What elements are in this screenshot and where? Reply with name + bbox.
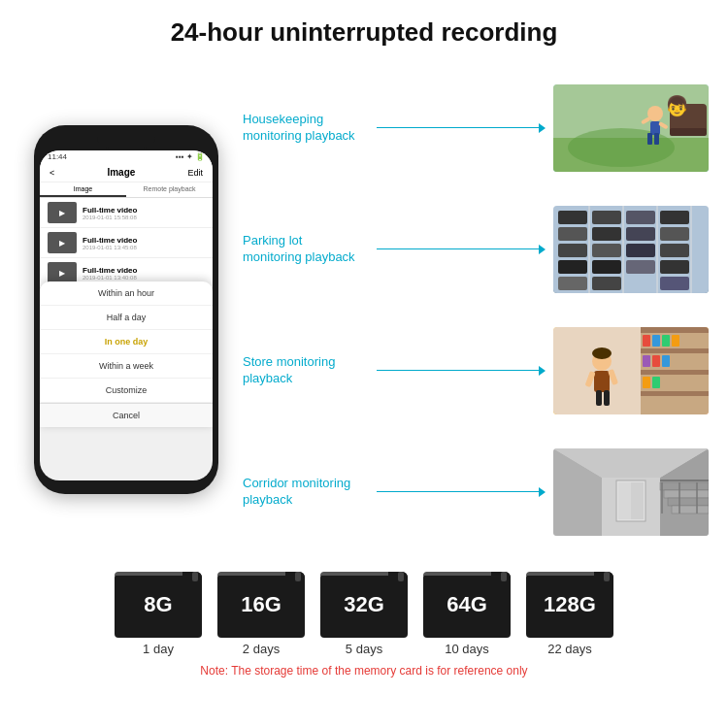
svg-rect-37 (641, 327, 709, 333)
svg-rect-73 (631, 482, 644, 519)
video-thumb-1: ▶ (48, 202, 77, 223)
main-content: 11:44 ▪▪▪ ✦ 🔋 < Image Edit Image Remote … (0, 57, 728, 562)
connect-line-0 (377, 123, 546, 133)
arrow-3 (539, 487, 546, 497)
svg-rect-30 (660, 277, 689, 290)
sdcard-notch-4 (604, 572, 610, 581)
video-info-1: Full-time video 2019-01-01 15:58:08 (83, 206, 137, 220)
video-title-1: Full-time video (83, 206, 137, 215)
phone-nav-bar: < Image Edit (40, 163, 213, 182)
sdcard-3: 64G (423, 572, 511, 638)
sdcard-size-0: 8G (144, 592, 172, 617)
svg-rect-51 (594, 371, 610, 392)
sdcard-item-0: 8G 1 day (115, 572, 202, 656)
arrow-0 (539, 123, 546, 133)
line-0 (377, 127, 539, 129)
monitoring-section: Housekeepingmonitoring playback (243, 57, 709, 562)
phone-tab-remote[interactable]: Remote playback (126, 182, 213, 197)
svg-rect-22 (626, 211, 655, 224)
sdcard-notch-1 (295, 572, 301, 581)
video-item-1[interactable]: ▶ Full-time video 2019-01-01 15:58:08 (40, 198, 213, 228)
svg-rect-15 (558, 260, 587, 274)
svg-rect-4 (650, 121, 660, 135)
svg-rect-46 (652, 355, 660, 367)
svg-rect-13 (558, 227, 587, 241)
svg-rect-62 (660, 482, 709, 490)
svg-rect-48 (643, 377, 650, 388)
svg-rect-27 (660, 227, 689, 241)
svg-rect-43 (662, 335, 670, 347)
video-info-3: Full-time video 2019-01-01 13:40:08 (83, 266, 137, 281)
sdcard-size-1: 16G (241, 592, 281, 617)
photo-store (553, 327, 709, 414)
sdcard-0: 8G (115, 572, 202, 638)
svg-rect-23 (626, 227, 655, 241)
monitoring-item-0: Housekeepingmonitoring playback (243, 84, 709, 172)
video-thumb-3: ▶ (48, 262, 77, 283)
monitoring-image-1 (553, 206, 709, 293)
video-date-3: 2019-01-01 13:40:08 (83, 275, 137, 281)
dropdown-item-2[interactable]: In one day (40, 330, 213, 354)
phone-time: 11:44 (48, 152, 67, 161)
svg-rect-6 (654, 133, 659, 145)
svg-rect-65 (672, 506, 709, 513)
connect-line-1 (377, 245, 546, 254)
phone-back-button[interactable]: < (50, 168, 54, 178)
dropdown-cancel-button[interactable]: Cancel (40, 403, 213, 427)
photo-housekeeping (553, 84, 709, 172)
svg-rect-40 (641, 391, 709, 396)
sdcard-item-4: 128G 22 days (526, 572, 613, 656)
monitoring-item-1: Parking lotmonitoring playback (243, 206, 709, 293)
sdcard-4: 128G (526, 572, 613, 638)
svg-rect-19 (592, 244, 621, 257)
video-title-3: Full-time video (83, 266, 137, 275)
monitoring-label-2: Store monitoringplayback (243, 354, 369, 387)
svg-rect-24 (626, 244, 655, 257)
svg-rect-55 (604, 390, 610, 406)
sdcard-notch-0 (192, 572, 198, 581)
svg-rect-28 (660, 244, 689, 257)
phone-container: 11:44 ▪▪▪ ✦ 🔋 < Image Edit Image Remote … (19, 57, 233, 562)
arrow-2 (539, 366, 546, 376)
sdcard-item-3: 64G 10 days (423, 572, 511, 656)
svg-rect-42 (652, 335, 660, 347)
video-title-2: Full-time video (83, 236, 137, 245)
svg-rect-16 (558, 277, 587, 290)
connect-line-2 (377, 366, 546, 376)
sdcard-item-1: 16G 2 days (217, 572, 305, 656)
sdcard-days-2: 5 days (346, 642, 382, 656)
sdcard-size-4: 128G (544, 592, 596, 617)
video-date-1: 2019-01-01 15:58:08 (83, 215, 137, 220)
dropdown-item-3[interactable]: Within a week (40, 354, 213, 379)
monitoring-image-2 (553, 327, 709, 414)
svg-rect-49 (652, 377, 660, 388)
connect-line-3 (377, 487, 546, 497)
note-text: Note: The storage time of the memory car… (200, 664, 527, 678)
monitoring-item-2: Store monitoringplayback (243, 327, 709, 414)
phone-screen-title: Image (107, 167, 135, 178)
phone-edit-button[interactable]: Edit (187, 168, 203, 178)
video-item-2[interactable]: ▶ Full-time video 2019-01-01 13:45:08 (40, 228, 213, 258)
line-2 (377, 370, 539, 372)
monitoring-label-1: Parking lotmonitoring playback (243, 233, 369, 266)
dropdown-item-4[interactable]: Customize (40, 379, 213, 403)
svg-point-56 (592, 347, 612, 359)
phone-tab-image[interactable]: Image (40, 182, 126, 197)
sdcard-days-3: 10 days (445, 642, 489, 656)
svg-rect-64 (668, 498, 709, 506)
sdcard-days-4: 22 days (547, 642, 592, 656)
dropdown-item-1[interactable]: Half a day (40, 306, 213, 330)
video-info-2: Full-time video 2019-01-01 13:45:08 (83, 236, 137, 250)
sdcard-section: 8G 1 day 16G 2 days 32G 5 days 64G (0, 562, 728, 685)
photo-parking (553, 206, 709, 293)
svg-rect-44 (672, 335, 679, 347)
svg-rect-10 (670, 128, 707, 136)
dropdown-item-0[interactable]: Within an hour (40, 281, 213, 306)
phone-screen: 11:44 ▪▪▪ ✦ 🔋 < Image Edit Image Remote … (40, 150, 213, 480)
svg-rect-72 (618, 482, 631, 519)
svg-rect-18 (592, 227, 621, 241)
sdcard-size-3: 64G (447, 592, 487, 617)
svg-rect-41 (643, 335, 650, 347)
sdcard-notch-2 (398, 572, 404, 581)
svg-rect-25 (626, 260, 655, 274)
